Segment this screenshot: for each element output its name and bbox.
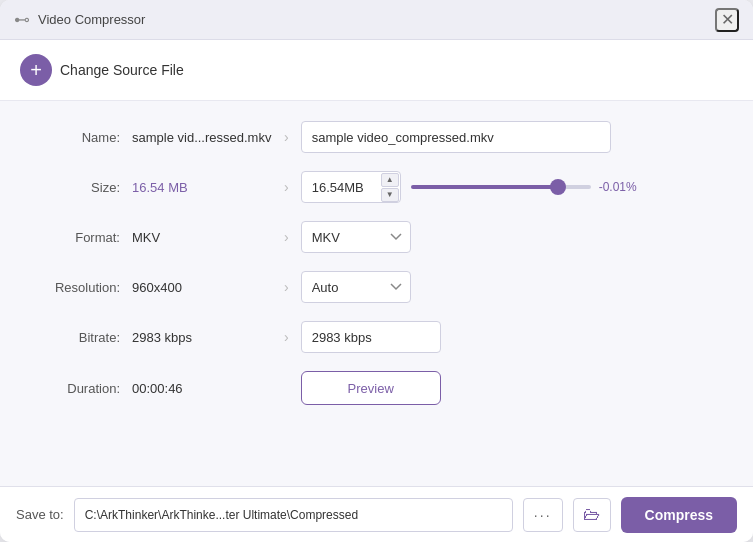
title-bar-left: ⊷ Video Compressor xyxy=(14,10,145,29)
size-down-button[interactable]: ▼ xyxy=(381,188,399,202)
name-source-value: sample vid...ressed.mkv xyxy=(132,130,272,145)
size-row: Size: 16.54 MB › ▲ ▼ -0.01% xyxy=(30,171,723,203)
size-spinner: ▲ ▼ xyxy=(381,173,399,202)
resolution-label: Resolution: xyxy=(30,280,120,295)
format-row: Format: MKV › MKV MP4 AVI MOV WMV xyxy=(30,221,723,253)
resolution-row: Resolution: 960x400 › Auto 1080p 720p 48… xyxy=(30,271,723,303)
bitrate-arrow-icon: › xyxy=(284,329,289,345)
save-path-input[interactable] xyxy=(74,498,513,532)
main-content: Name: sample vid...ressed.mkv › Size: 16… xyxy=(0,101,753,486)
bitrate-input[interactable] xyxy=(301,321,441,353)
name-arrow-icon: › xyxy=(284,129,289,145)
duration-source-value: 00:00:46 xyxy=(132,381,272,396)
change-source-button[interactable]: + Change Source File xyxy=(20,54,184,86)
bitrate-row: Bitrate: 2983 kbps › xyxy=(30,321,723,353)
resolution-source-value: 960x400 xyxy=(132,280,272,295)
window-title: Video Compressor xyxy=(38,12,145,27)
format-select[interactable]: MKV MP4 AVI MOV WMV xyxy=(301,221,411,253)
folder-button[interactable]: 🗁 xyxy=(573,498,611,532)
resolution-select[interactable]: Auto 1080p 720p 480p 360p xyxy=(301,271,411,303)
app-icon: ⊷ xyxy=(14,10,30,29)
toolbar: + Change Source File xyxy=(0,40,753,101)
format-source-value: MKV xyxy=(132,230,272,245)
duration-label: Duration: xyxy=(30,381,120,396)
close-button[interactable]: ✕ xyxy=(715,8,739,32)
size-label: Size: xyxy=(30,180,120,195)
name-output-input[interactable] xyxy=(301,121,611,153)
name-label: Name: xyxy=(30,130,120,145)
dots-button[interactable]: ··· xyxy=(523,498,563,532)
main-window: ⊷ Video Compressor ✕ + Change Source Fil… xyxy=(0,0,753,542)
footer: Save to: ··· 🗁 Compress xyxy=(0,486,753,542)
size-arrow-icon: › xyxy=(284,179,289,195)
resolution-arrow-icon: › xyxy=(284,279,289,295)
size-slider-value: -0.01% xyxy=(599,180,644,194)
change-source-label: Change Source File xyxy=(60,62,184,78)
preview-label: Preview xyxy=(348,381,394,396)
format-label: Format: xyxy=(30,230,120,245)
close-icon: ✕ xyxy=(721,10,734,29)
preview-button[interactable]: Preview xyxy=(301,371,441,405)
format-arrow-icon: › xyxy=(284,229,289,245)
bitrate-label: Bitrate: xyxy=(30,330,120,345)
size-input-wrap: ▲ ▼ xyxy=(301,171,401,203)
compress-button[interactable]: Compress xyxy=(621,497,737,533)
save-to-label: Save to: xyxy=(16,507,64,522)
size-slider-wrap: -0.01% xyxy=(411,180,644,194)
bitrate-source-value: 2983 kbps xyxy=(132,330,272,345)
size-slider[interactable] xyxy=(411,185,591,189)
title-bar: ⊷ Video Compressor ✕ xyxy=(0,0,753,40)
name-row: Name: sample vid...ressed.mkv › xyxy=(30,121,723,153)
size-source-value: 16.54 MB xyxy=(132,180,272,195)
size-controls: ▲ ▼ -0.01% xyxy=(301,171,644,203)
duration-row: Duration: 00:00:46 › Preview xyxy=(30,371,723,405)
size-up-button[interactable]: ▲ xyxy=(381,173,399,187)
folder-icon: 🗁 xyxy=(583,505,600,525)
plus-circle-icon: + xyxy=(20,54,52,86)
plus-icon: + xyxy=(30,60,42,80)
